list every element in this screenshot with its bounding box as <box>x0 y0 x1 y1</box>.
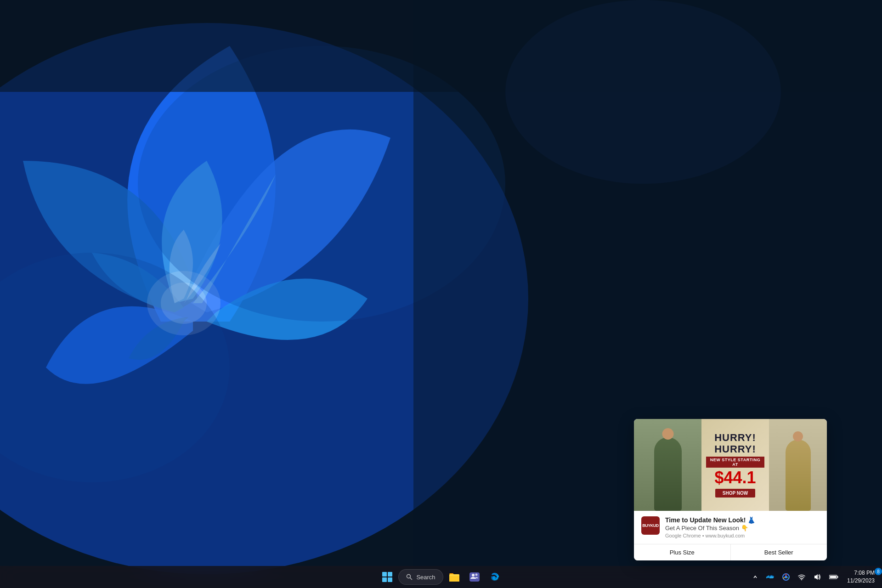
search-icon <box>406 574 413 580</box>
volume-icon <box>814 574 821 580</box>
notification-text: Time to Update New Look! 👗 Get A Piece O… <box>665 516 820 538</box>
win-logo-tl <box>382 572 387 577</box>
chrome-tray-icon[interactable] <box>780 571 792 582</box>
edge-icon <box>490 572 500 582</box>
notification-actions: Plus Size Best Seller <box>634 544 827 560</box>
svg-point-17 <box>785 576 787 578</box>
notification-best-seller-button[interactable]: Best Seller <box>731 544 827 560</box>
svg-point-15 <box>475 574 477 576</box>
win-logo-tr <box>388 572 392 577</box>
notification-popup[interactable]: HURRY! HURRY! NEW STYLE STARTING AT $44.… <box>634 419 827 560</box>
notification-source: Google Chrome • www.buykud.com <box>665 533 820 538</box>
volume-tray-icon[interactable] <box>811 572 823 582</box>
svg-point-21 <box>801 579 802 580</box>
taskbar-center: Search <box>378 568 503 586</box>
win-logo-br <box>388 577 392 582</box>
notification-title: Time to Update New Look! 👗 <box>665 516 820 524</box>
onedrive-icon <box>766 574 774 580</box>
ad-price: $44.1 <box>714 469 756 486</box>
ad-hurry-text: HURRY! HURRY! <box>714 432 756 454</box>
system-clock[interactable]: 7:08 PM 11/29/2023 <box>844 568 877 586</box>
onedrive-tray-icon[interactable] <box>763 572 776 582</box>
ad-new-style-label: NEW STYLE STARTING AT <box>706 457 764 468</box>
notification-subtitle: Get A Piece Of This Season 👇 <box>665 525 820 531</box>
svg-rect-12 <box>449 576 459 582</box>
file-explorer-icon <box>449 572 459 582</box>
taskbar-teams[interactable] <box>465 568 484 586</box>
chrome-icon <box>782 573 790 581</box>
ad-dress-right <box>769 419 827 511</box>
windows-logo <box>382 572 392 582</box>
chevron-up-icon <box>753 575 758 579</box>
taskbar-edge[interactable] <box>486 568 504 586</box>
svg-rect-13 <box>469 572 480 582</box>
taskbar-file-explorer[interactable] <box>445 568 464 586</box>
teams-icon <box>469 572 480 582</box>
wifi-icon <box>798 574 805 580</box>
ad-dress-figure-right <box>786 440 811 511</box>
svg-rect-23 <box>837 576 838 578</box>
search-label: Search <box>416 574 435 581</box>
ad-dress-left <box>634 419 701 511</box>
ad-shop-now-button[interactable]: SHOP NOW <box>715 489 755 498</box>
clock-date: 11/29/2023 <box>847 577 875 585</box>
svg-rect-24 <box>830 576 836 578</box>
svg-line-19 <box>787 577 789 578</box>
wifi-tray-icon[interactable] <box>796 572 808 582</box>
win-logo-bl <box>382 577 387 582</box>
svg-point-8 <box>505 0 781 184</box>
taskbar: Search <box>0 566 882 588</box>
system-tray-expand[interactable] <box>751 573 760 581</box>
ad-dress-figure-left <box>654 437 682 511</box>
app-logo: BUYKUD <box>641 516 660 535</box>
notification-body: BUYKUD Time to Update New Look! 👗 Get A … <box>634 511 827 544</box>
battery-tray-icon[interactable] <box>827 572 841 582</box>
notification-image: HURRY! HURRY! NEW STYLE STARTING AT $44.… <box>634 419 827 511</box>
ad-center: HURRY! HURRY! NEW STYLE STARTING AT $44.… <box>701 419 769 511</box>
clock-time: 7:08 PM <box>854 569 875 577</box>
taskbar-right: 7:08 PM 11/29/2023 8 <box>504 568 882 586</box>
battery-icon <box>829 574 838 580</box>
svg-point-14 <box>472 574 475 577</box>
search-button[interactable]: Search <box>398 569 443 585</box>
svg-line-10 <box>410 578 413 580</box>
start-button[interactable] <box>378 568 396 586</box>
svg-point-9 <box>407 575 411 578</box>
notification-plus-size-button[interactable]: Plus Size <box>634 544 731 560</box>
desktop: HURRY! HURRY! NEW STYLE STARTING AT $44.… <box>0 0 882 588</box>
svg-line-20 <box>783 577 785 578</box>
notification-badge[interactable]: 8 <box>875 568 882 575</box>
ad-content: HURRY! HURRY! NEW STYLE STARTING AT $44.… <box>634 419 827 511</box>
